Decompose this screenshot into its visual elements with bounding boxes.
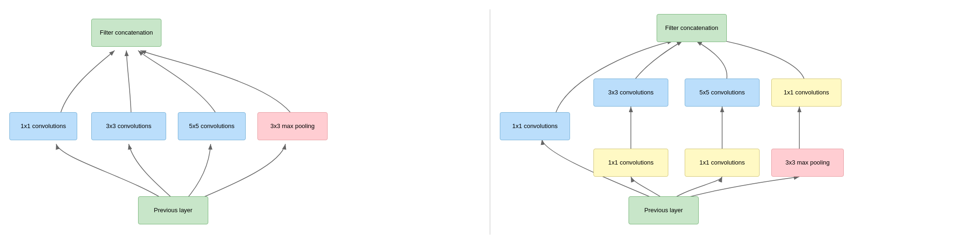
- d2-reduce5x5: 1x1 convolutions: [685, 149, 760, 177]
- d2-conv1x1-pool: 1x1 convolutions: [771, 79, 841, 107]
- d2-conv3x3: 3x3 convolutions: [593, 79, 668, 107]
- d1-prev-layer: Previous layer: [138, 196, 208, 224]
- diagram1: Filter concatenation 1x1 convolutions 3x…: [0, 0, 490, 244]
- d1-conv3x3: 3x3 convolutions: [91, 112, 166, 140]
- diagram2: Filter concatenation 1x1 convolutions 3x…: [490, 0, 980, 244]
- d2-maxpool: 3x3 max pooling: [771, 149, 844, 177]
- d2-reduce3x3: 1x1 convolutions: [593, 149, 668, 177]
- d2-prev-layer: Previous layer: [629, 196, 699, 224]
- d1-maxpool: 3x3 max pooling: [257, 112, 328, 140]
- d2-filter-concat: Filter concatenation: [657, 14, 727, 42]
- d2-conv1x1-direct: 1x1 convolutions: [500, 112, 570, 140]
- d1-conv1x1: 1x1 convolutions: [9, 112, 77, 140]
- main-container: Filter concatenation 1x1 convolutions 3x…: [0, 0, 980, 244]
- d2-conv5x5: 5x5 convolutions: [685, 79, 760, 107]
- d1-conv5x5: 5x5 convolutions: [178, 112, 246, 140]
- d1-filter-concat: Filter concatenation: [91, 19, 161, 47]
